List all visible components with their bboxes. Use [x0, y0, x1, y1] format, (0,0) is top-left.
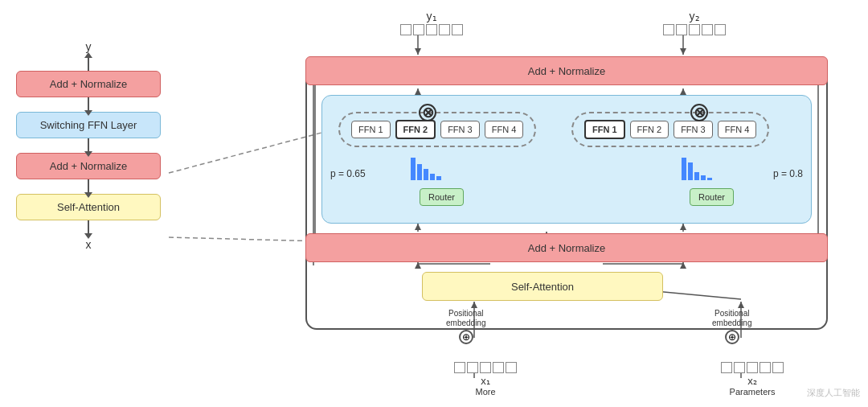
ffn1-right: FFN 1 [584, 120, 625, 139]
y1-output: y₁ [400, 10, 463, 35]
self-attn-right: Self-Attention [422, 272, 663, 301]
y2-label: y₂ [690, 10, 700, 23]
router-right-container: Router [690, 188, 734, 206]
x2-grid [721, 362, 784, 373]
router-left-container: Router [420, 188, 464, 206]
ffn2-right: FFN 2 [630, 121, 669, 138]
bar-chart-right [682, 156, 712, 180]
mid-add-norm-right: Add + Normalize [305, 233, 828, 262]
left-ffn-group: FFN 1 FFN 2 FFN 3 FFN 4 [338, 112, 536, 147]
y-label: y [86, 40, 92, 53]
x1-input: x₁ More [454, 362, 517, 397]
plus-circle-right: ⊕ [725, 330, 739, 344]
arrow-mid1 [88, 97, 89, 112]
bar-chart-left [411, 156, 441, 180]
ffn4-right: FFN 4 [718, 121, 757, 138]
pos-embedding-left: Positionalembedding ⊕ [446, 309, 485, 344]
watermark: 深度人工智能 [807, 387, 860, 399]
pos-embedding-left-label: Positionalembedding [446, 309, 485, 328]
svg-marker-3 [415, 48, 421, 55]
router-left: Router [420, 188, 464, 206]
svg-marker-5 [680, 48, 686, 55]
x1-label: x₁ [481, 375, 490, 387]
blue-inner-area: FFN 1 FFN 2 FFN 3 FFN 4 ⊗ FFN 1 FFN 2 FF… [321, 95, 812, 224]
right-diagram: y₁ y₂ Add + Normalize FFN 1 FFN 2 [297, 8, 844, 402]
right-ffn-group: FFN 1 FFN 2 FFN 3 FFN 4 [571, 112, 769, 147]
pos-embedding-right: Positionalembedding ⊕ [712, 309, 751, 344]
router-right: Router [690, 188, 734, 206]
plus-circle-left: ⊕ [459, 330, 473, 344]
ffn4-left: FFN 4 [485, 121, 524, 138]
arrow-mid2 [88, 138, 89, 153]
p-left-label: p = 0.65 [330, 168, 366, 179]
more-label: More [475, 387, 495, 397]
left-diagram: y Add + Normalize Switching FFN Layer Ad… [16, 40, 161, 251]
arrow-mid3 [88, 179, 89, 194]
top-add-norm-right: Add + Normalize [305, 56, 828, 85]
ffn3-right: FFN 3 [674, 121, 713, 138]
x2-input: x₂ Parameters [721, 362, 784, 397]
y1-grid [400, 24, 463, 35]
otimes-left: ⊗ [419, 104, 436, 121]
ffn1-left: FFN 1 [351, 121, 391, 138]
x1-grid [454, 362, 517, 373]
left-ffn-oval: FFN 1 FFN 2 FFN 3 FFN 4 [338, 112, 536, 147]
arrow-bottom [88, 220, 89, 235]
ffn2-left: FFN 2 [395, 120, 436, 139]
y1-label: y₁ [427, 10, 437, 23]
y2-output: y₂ [663, 10, 726, 35]
p-right-label: p = 0.8 [773, 168, 803, 179]
otimes-right: ⊗ [690, 104, 708, 121]
parameters-label: Parameters [730, 387, 776, 397]
add-norm-top-left: Add + Normalize [16, 71, 161, 97]
x2-label: x₂ [747, 375, 757, 387]
x-label: x [86, 238, 92, 251]
y2-grid [663, 24, 726, 35]
arrow-up-top [88, 56, 89, 71]
ffn3-left: FFN 3 [440, 121, 480, 138]
diagram-container: y Add + Normalize Switching FFN Layer Ad… [0, 0, 868, 407]
pos-embedding-right-label: Positionalembedding [712, 309, 751, 328]
right-ffn-oval: FFN 1 FFN 2 FFN 3 FFN 4 [571, 112, 769, 147]
